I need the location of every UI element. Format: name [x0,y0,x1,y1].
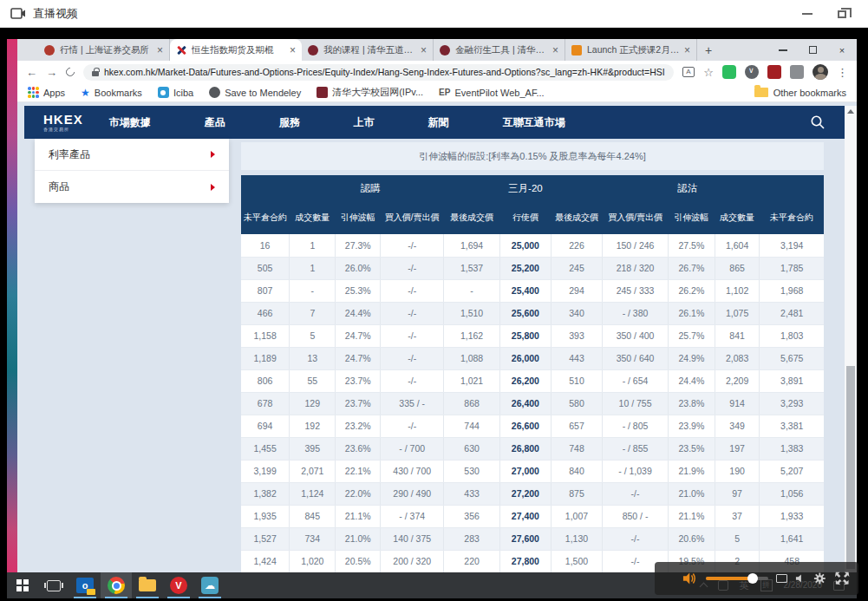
taskbar-chrome[interactable] [101,572,132,598]
bookmark-item[interactable]: Apps [28,86,65,99]
tab-close-icon[interactable]: × [684,45,690,56]
table-row: 505126.0%-/-1,53725,200245218 / 32026.7%… [241,257,824,279]
slider-knob[interactable] [747,573,758,584]
price-cell: -/- [381,279,444,302]
bookmark-item[interactable]: Iciba [158,86,193,99]
price-cell: -/- [381,369,444,392]
pbcsf-favicon [308,45,318,56]
tab-close-icon[interactable]: × [552,45,558,56]
evernote-extension-icon[interactable] [722,65,736,79]
video-frame[interactable]: 行情 | 上海证券交易所×恒生指数期货及期棍×我的课程 | 清华五道口金融学×金… [0,28,868,601]
address-bar[interactable]: hkex.com.hk/Market-Data/Futures-and-Opti… [83,64,674,81]
price-cell: 24.4% [668,369,715,392]
tab-label: Launch 正式授课2月28日 [587,44,680,56]
forward-button[interactable]: → [46,67,57,78]
price-cell: 433 [444,482,500,505]
group-header-cell: 認沽 [551,175,824,201]
new-tab-button[interactable]: + [697,39,720,61]
taskbar-cloud-meeting[interactable]: ☁ [194,572,225,598]
cloud-app-icon: ☁ [201,577,219,594]
table-column-header-row: 未平倉合約成交數量引伸波幅買入價/賣出價最後成交價行使價最後成交價買入價/賣出價… [241,201,824,234]
app-restore-button[interactable] [825,0,859,28]
scrollbar-thumb[interactable] [846,366,855,569]
bookmark-item[interactable]: 清华大学校园网(IPv... [317,86,423,99]
video-camera-icon [10,8,26,19]
bookmark-item[interactable]: Save to Mendeley [209,86,301,99]
price-cell: 350 / 640 [603,347,669,369]
browser-maximize-button[interactable] [798,39,827,61]
price-cell: 25.7% [668,324,715,347]
browser-tab[interactable]: 恒生指数期货及期棍× [170,39,302,61]
sidebar-item[interactable]: 利率產品 [35,139,229,171]
taskbar-outlook[interactable]: o [69,572,101,598]
translate-icon[interactable] [682,67,695,77]
bookmark-star-icon[interactable]: ☆ [703,67,714,78]
price-cell: 340 [551,302,602,324]
price-cell: 27.3% [336,234,381,257]
price-cell: - / 654 [603,369,669,392]
sidebar-item[interactable]: 商品 [35,171,229,203]
hkex-page: HKEX 香港交易所 市場數據產品服務上市新聞互聯互通市場 利率產品商品 引伸波… [17,102,857,572]
taskbar-file-explorer[interactable] [132,572,163,598]
other-bookmarks-button[interactable]: Other bookmarks [754,88,846,98]
column-header-cell: 引伸波幅 [336,201,381,234]
volume-slider[interactable] [706,577,768,580]
mendeley-extension-icon[interactable] [767,65,781,79]
page-scrollbar[interactable] [845,106,857,572]
column-header-cell: 行使價 [499,201,551,234]
task-view-button[interactable] [38,572,69,598]
price-cell: 3,891 [760,369,824,392]
nav-item[interactable]: 上市 [354,115,375,130]
column-header-cell: 引伸波幅 [668,201,715,234]
desktop-wallpaper [7,39,17,572]
taskbar-expressvpn[interactable]: V [163,572,194,598]
nav-item[interactable]: 市場數據 [109,115,151,130]
tab-close-icon[interactable]: × [157,45,163,56]
price-cell: 245 / 333 [603,279,669,302]
price-cell: 190 [715,460,760,482]
nav-item[interactable]: 新聞 [428,115,449,130]
bookmark-item[interactable]: EPEventPilot Web_AF... [439,86,544,99]
browser-menu-icon[interactable]: ⋮ [837,66,848,79]
app-minimize-button[interactable] [790,0,825,28]
browser-tab[interactable]: 我的课程 | 清华五道口金融学× [302,39,434,61]
profile-avatar[interactable] [813,64,828,80]
fullscreen-icon[interactable] [834,571,850,586]
player-control-bar [655,562,858,595]
nav-item[interactable]: 產品 [205,115,225,130]
settings-gear-icon[interactable] [813,572,826,585]
group-header-cell: 認購 [241,175,499,201]
search-icon[interactable] [810,114,826,130]
column-header-cell: 成交數量 [715,201,760,234]
pocket-extension-icon[interactable] [745,65,759,79]
price-cell: 1,158 [241,324,290,347]
scroll-up-arrow-icon[interactable] [847,109,854,114]
volume-icon[interactable] [682,572,698,585]
hkex-logo[interactable]: HKEX 香港交易所 [43,113,83,132]
tab-close-icon[interactable]: × [290,45,296,56]
speaker-icon[interactable] [795,573,806,584]
extension-icon[interactable] [790,65,804,79]
browser-tab[interactable]: Launch 正式授课2月28日× [565,39,697,61]
price-cell: -/- [603,482,669,505]
price-cell: 395 [290,437,336,460]
browser-minimize-button[interactable] [768,39,798,61]
bookmark-item[interactable]: ★Bookmarks [81,86,142,99]
refresh-button[interactable] [64,66,76,78]
bookmark-label: Apps [43,88,65,98]
nav-item[interactable]: 服務 [279,115,300,130]
browser-tab[interactable]: 金融衍生工具 | 清华五道口金× [434,39,565,61]
tab-close-icon[interactable]: × [421,45,427,56]
price-cell: 734 [290,527,336,550]
price-cell: 129 [290,392,336,415]
price-cell: 1,968 [760,279,824,302]
back-button[interactable]: ← [26,67,37,78]
eventpilot-icon: EP [439,88,450,97]
browser-tab[interactable]: 行情 | 上海证券交易所× [38,39,170,61]
display-icon[interactable] [776,574,787,583]
price-cell: 24.4% [336,302,381,324]
price-cell: 1,933 [760,505,824,527]
start-button[interactable] [7,572,38,598]
nav-item[interactable]: 互聯互通市場 [503,115,565,130]
browser-close-button[interactable]: × [827,39,857,61]
